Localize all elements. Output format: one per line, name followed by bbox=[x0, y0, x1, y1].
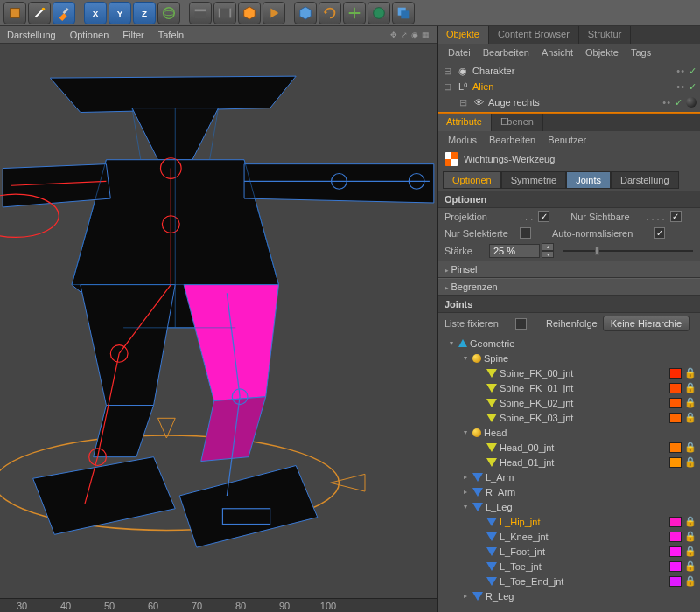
expand-arrow[interactable]: ▸ bbox=[461, 592, 470, 600]
enable-check[interactable]: ✓ bbox=[689, 81, 696, 93]
viewport[interactable]: Darstellung Optionen Filter Tafeln ✥⤢◉▦ bbox=[0, 26, 438, 612]
lock-icon[interactable]: 🔒 bbox=[684, 382, 696, 393]
joint-row[interactable]: L_Foot_jnt🔒 bbox=[441, 544, 696, 559]
input-staerke[interactable]: 25 % bbox=[489, 244, 540, 258]
joint-row[interactable]: Head_00_jnt🔒 bbox=[441, 440, 696, 455]
attr-menu-modus[interactable]: Modus bbox=[448, 135, 477, 145]
tool-render-cube[interactable] bbox=[238, 2, 261, 24]
joint-row[interactable]: L_Knee_jnt🔒 bbox=[441, 529, 696, 544]
tool-film[interactable] bbox=[214, 2, 236, 24]
expand-arrow[interactable]: ▾ bbox=[461, 428, 470, 436]
lock-icon[interactable]: 🔒 bbox=[684, 397, 696, 408]
view-menu-darstellung[interactable]: Darstellung bbox=[7, 30, 56, 40]
om-row[interactable]: ⊟L⁰Alien••✓ bbox=[441, 79, 696, 94]
tool-brush[interactable] bbox=[52, 2, 75, 24]
lock-icon[interactable]: 🔒 bbox=[684, 442, 696, 453]
checkbox-nur-sichtbare[interactable] bbox=[670, 211, 682, 222]
tab-content-browser[interactable]: Content Browser bbox=[489, 26, 579, 44]
joint-row[interactable]: Spine_FK_00_jnt🔒 bbox=[441, 365, 696, 380]
expand-arrow[interactable]: ▸ bbox=[461, 488, 470, 496]
expand-arrow[interactable]: ▾ bbox=[461, 503, 470, 511]
tool-cube[interactable] bbox=[4, 2, 26, 24]
tab-attribute[interactable]: Attribute bbox=[438, 114, 492, 131]
color-swatch[interactable] bbox=[669, 398, 682, 408]
tool-cycle[interactable] bbox=[318, 2, 341, 24]
visibility-dots[interactable]: •• bbox=[676, 66, 685, 76]
mode-tab-symmetrie[interactable]: Symmetrie bbox=[501, 171, 567, 189]
joint-row[interactable]: ▾Geometrie bbox=[441, 336, 696, 351]
axis-x-button[interactable]: X bbox=[84, 2, 107, 24]
lock-icon[interactable]: 🔒 bbox=[684, 546, 696, 557]
joint-row[interactable]: L_Toe_jnt🔒 bbox=[441, 559, 696, 574]
color-swatch[interactable] bbox=[669, 413, 682, 423]
checkbox-auto-norm[interactable] bbox=[654, 227, 665, 239]
object-manager-tree[interactable]: ⊟◉Charakter••✓⊟L⁰Alien••✓⊟👁Auge rechts••… bbox=[438, 61, 700, 112]
joint-row[interactable]: ▸L_Arm bbox=[441, 469, 696, 484]
color-swatch[interactable] bbox=[669, 532, 682, 542]
mode-tab-darstellung[interactable]: Darstellung bbox=[611, 171, 679, 189]
checkbox-nur-selektierte[interactable] bbox=[520, 227, 531, 239]
joint-row[interactable]: ▸R_Leg bbox=[441, 588, 696, 603]
view-menu-filter[interactable]: Filter bbox=[122, 30, 144, 40]
lock-icon[interactable]: 🔒 bbox=[684, 560, 696, 572]
joint-row[interactable]: ▾Spine bbox=[441, 351, 696, 365]
expand-icon[interactable]: ⊟ bbox=[441, 66, 453, 77]
enable-check[interactable]: ✓ bbox=[675, 97, 682, 108]
joint-row[interactable]: Spine_FK_03_jnt🔒 bbox=[441, 410, 696, 425]
om-menu-datei[interactable]: Datei bbox=[448, 47, 471, 58]
color-swatch[interactable] bbox=[669, 546, 682, 557]
visibility-dots[interactable]: •• bbox=[676, 81, 685, 92]
joint-row[interactable]: L_Toe_End_jnt🔒 bbox=[441, 574, 696, 588]
attr-menu-benutzer[interactable]: Benutzer bbox=[548, 135, 586, 145]
joint-row[interactable]: L_Hip_jnt🔒 bbox=[441, 514, 696, 529]
tool-globe[interactable] bbox=[368, 2, 390, 24]
section-pinsel[interactable]: Pinsel bbox=[438, 261, 700, 278]
om-menu-bearbeiten[interactable]: Bearbeiten bbox=[483, 47, 529, 58]
material-tag[interactable] bbox=[686, 97, 696, 108]
spinner-staerke[interactable]: ▴▾ bbox=[542, 243, 554, 258]
om-row[interactable]: ⊟👁Auge rechts••✓ bbox=[441, 94, 696, 110]
checkbox-projektion[interactable] bbox=[538, 211, 550, 222]
nav-icon[interactable]: ⤢ bbox=[401, 31, 408, 39]
color-swatch[interactable] bbox=[669, 368, 682, 379]
axis-z-button[interactable]: Z bbox=[133, 2, 156, 24]
expand-icon[interactable]: ⊟ bbox=[457, 97, 469, 108]
lock-icon[interactable]: 🔒 bbox=[684, 412, 696, 423]
joint-row[interactable]: ▾L_Leg bbox=[441, 499, 696, 514]
joint-tree[interactable]: ▾Geometrie▾SpineSpine_FK_00_jnt🔒Spine_FK… bbox=[438, 334, 700, 612]
color-swatch[interactable] bbox=[669, 576, 682, 587]
view-menu-tafeln[interactable]: Tafeln bbox=[158, 30, 184, 40]
slider-staerke[interactable] bbox=[563, 246, 693, 256]
om-menu-objekte[interactable]: Objekte bbox=[585, 47, 619, 58]
section-begrenzen[interactable]: Begrenzen bbox=[438, 278, 700, 296]
expand-arrow[interactable]: ▾ bbox=[447, 339, 456, 347]
color-swatch[interactable] bbox=[669, 383, 682, 393]
joint-row[interactable]: Head_01_jnt🔒 bbox=[441, 455, 696, 469]
lock-icon[interactable]: 🔒 bbox=[684, 516, 696, 527]
color-swatch[interactable] bbox=[669, 561, 682, 572]
attr-menu-bearbeiten[interactable]: Bearbeiten bbox=[489, 135, 536, 145]
enable-check[interactable]: ✓ bbox=[689, 66, 696, 77]
button-reihenfolge[interactable]: Keine Hierarchie bbox=[603, 316, 690, 331]
lock-icon[interactable]: 🔒 bbox=[684, 367, 696, 379]
nav-icon[interactable]: ◉ bbox=[411, 31, 418, 39]
tab-objekte[interactable]: Objekte bbox=[438, 26, 489, 44]
tool-wand[interactable] bbox=[28, 2, 51, 24]
timeline-ruler[interactable]: 30405060708090100 bbox=[0, 598, 437, 612]
om-row[interactable]: ⊟◉Charakter••✓ bbox=[441, 63, 696, 79]
joint-row[interactable]: Spine_FK_02_jnt🔒 bbox=[441, 395, 696, 410]
color-swatch[interactable] bbox=[669, 517, 682, 527]
mode-tab-joints[interactable]: Joints bbox=[566, 171, 611, 189]
joint-row[interactable]: ▸R_Arm bbox=[441, 484, 696, 499]
expand-icon[interactable]: ⊟ bbox=[441, 81, 453, 93]
lock-icon[interactable]: 🔒 bbox=[684, 456, 696, 468]
lock-icon[interactable]: 🔒 bbox=[684, 575, 696, 587]
nav-icon[interactable]: ▦ bbox=[422, 31, 430, 39]
lock-icon[interactable]: 🔒 bbox=[684, 531, 696, 542]
view-menu-optionen[interactable]: Optionen bbox=[70, 30, 109, 40]
visibility-dots[interactable]: •• bbox=[662, 97, 671, 108]
om-menu-ansicht[interactable]: Ansicht bbox=[542, 47, 573, 58]
mode-tab-optionen[interactable]: Optionen bbox=[443, 171, 501, 189]
joint-row[interactable]: ▾Head bbox=[441, 425, 696, 440]
expand-arrow[interactable]: ▸ bbox=[461, 473, 470, 481]
